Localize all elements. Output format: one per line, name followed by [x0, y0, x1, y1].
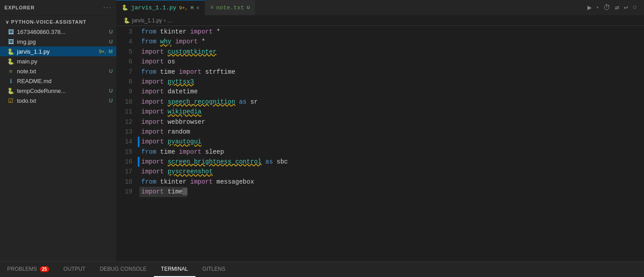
py-icon-jarvis: 🐍: [7, 48, 14, 55]
tab-jarvis[interactable]: 🐍 jarvis_1.1.py 9+, M ✕: [116, 0, 205, 15]
file-name-mainpy: main.py: [17, 58, 113, 65]
sidebar-item-imgjpg[interactable]: 🖼 img.jpg U: [0, 37, 116, 46]
badge-tempcode: U: [109, 88, 113, 93]
sidebar-section-header: ∨ PYTHON-VOICE-ASSISTANT: [0, 16, 116, 27]
debug-console-label: DEBUG CONSOLE: [100, 266, 147, 272]
txt-icon-note: ≡: [7, 68, 14, 75]
tab-terminal[interactable]: TERMINAL: [154, 262, 195, 277]
badge-todotxt: U: [109, 98, 113, 103]
file-name-readme: README.md: [17, 78, 113, 84]
code-line-5: import customtkinter: [138, 47, 644, 57]
breadcrumb-file: jarvis_1.1.py: [132, 17, 162, 24]
badge-notetxt: U: [109, 68, 113, 74]
tab-modified-note: U: [247, 5, 250, 10]
breadcrumb-sep: ›: [164, 17, 165, 24]
breadcrumb: 🐍 jarvis_1.1.py › ...: [116, 16, 644, 26]
breadcrumb-icon: 🐍: [123, 17, 130, 24]
badge-image1: U: [109, 29, 113, 34]
sidebar: ∨ PYTHON-VOICE-ASSISTANT 🖼 1673460860.37…: [0, 16, 116, 261]
code-line-12: import webbrowser: [138, 117, 644, 127]
sidebar-item-mainpy[interactable]: 🐍 main.py: [0, 56, 116, 66]
txt-file-icon: ≡: [210, 4, 213, 11]
bottom-panel: PROBLEMS 25 OUTPUT DEBUG CONSOLE TERMINA…: [0, 261, 644, 277]
code-line-10: import speech_recognition as sr: [138, 97, 644, 107]
breadcrumb-child: ...: [167, 17, 172, 24]
sidebar-item-notetxt[interactable]: ≡ note.txt U: [0, 66, 116, 76]
tab-note[interactable]: ≡ note.txt U: [205, 0, 255, 15]
diff-icon[interactable]: ⇄: [615, 3, 619, 12]
gitlens-label: GITLENS: [203, 266, 225, 272]
code-line-15: from time import sleep: [138, 147, 644, 157]
code-line-9: import datetime: [138, 87, 644, 97]
tab-badge-jarvis: 9+,: [179, 5, 188, 11]
history-icon[interactable]: ⏱: [603, 4, 610, 12]
file-name-tempcode: tempCodeRunne...: [17, 88, 106, 94]
py-icon-temp: 🐍: [7, 88, 14, 94]
code-line-16: import screen_brightness_control as sbc: [138, 157, 644, 167]
file-name-notetxt: note.txt: [17, 68, 106, 75]
tab-problems[interactable]: PROBLEMS 25: [0, 262, 56, 277]
line-numbers: 3 4 5 6 7 8 9 10 11 12 13 14 15 16 17 18…: [116, 26, 138, 261]
code-line-4: from why import *: [138, 37, 644, 46]
code-editor[interactable]: 3 4 5 6 7 8 9 10 11 12 13 14 15 16 17 18…: [116, 26, 644, 261]
tab-modified-jarvis: M: [191, 5, 194, 11]
toolbar-right: ▶ ▾ ⏱ ⇄ ↩ ○: [587, 3, 644, 12]
file-name-todotxt: todo.txt: [17, 97, 106, 104]
py-icon-main: 🐍: [7, 58, 14, 65]
file-name-image1: 1673460860.378...: [17, 29, 106, 35]
badge-imgjpg: U: [109, 39, 113, 44]
sidebar-item-todotxt[interactable]: ☑ todo.txt U: [0, 96, 116, 105]
code-line-6: import os: [138, 57, 644, 67]
todo-icon: ☑: [7, 97, 14, 104]
code-line-11: import wikipedia: [138, 107, 644, 117]
code-line-19: import time: [138, 187, 644, 197]
tab-gitlens[interactable]: GITLENS: [195, 262, 233, 277]
run-icon[interactable]: ▶: [587, 3, 592, 12]
md-icon-readme: ℹ: [7, 78, 14, 84]
editor-area: 🐍 jarvis_1.1.py › ... 3 4 5 6 7 8 9 10 1…: [116, 16, 644, 261]
code-line-13: import random: [138, 127, 644, 137]
modified-jarvis: M: [109, 49, 113, 54]
code-line-17: import pyscreenshot: [138, 167, 644, 176]
output-label: OUTPUT: [64, 266, 85, 272]
tab-output[interactable]: OUTPUT: [56, 262, 93, 277]
explorer-title: EXPLORER: [4, 5, 35, 10]
file-name-jarvis: jarvis_1.1.py: [17, 48, 96, 55]
run-dropdown-icon[interactable]: ▾: [596, 5, 599, 10]
file-name-imgjpg: img.jpg: [17, 38, 106, 45]
terminal-label: TERMINAL: [161, 266, 188, 272]
code-line-3: from tkinter import *: [138, 27, 644, 37]
explorer-dots[interactable]: ···: [103, 4, 112, 12]
tab-label-jarvis: jarvis_1.1.py: [131, 4, 176, 11]
tab-close-jarvis[interactable]: ✕: [196, 4, 199, 11]
py-file-icon: 🐍: [122, 4, 128, 11]
sidebar-item-tempcode[interactable]: 🐍 tempCodeRunne... U: [0, 86, 116, 96]
undo-icon[interactable]: ↩: [624, 3, 628, 12]
tab-debug-console[interactable]: DEBUG CONSOLE: [93, 262, 154, 277]
tab-bar: EXPLORER ··· 🐍 jarvis_1.1.py 9+, M ✕ ≡ n…: [0, 0, 644, 16]
code-content[interactable]: from tkinter import * from why import * …: [138, 26, 644, 261]
badge-jarvis: 9+,: [99, 49, 106, 54]
sidebar-item-image1[interactable]: 🖼 1673460860.378... U: [0, 27, 116, 37]
problems-label: PROBLEMS: [7, 266, 37, 272]
code-line-8: import pyttsx3: [138, 77, 644, 87]
sidebar-item-jarvis[interactable]: 🐍 jarvis_1.1.py 9+, M: [0, 46, 116, 56]
code-line-18: from tkinter import messagebox: [138, 177, 644, 187]
code-line-14: import pyautogui: [138, 137, 644, 147]
image-icon-1: 🖼: [7, 29, 14, 35]
main-area: ∨ PYTHON-VOICE-ASSISTANT 🖼 1673460860.37…: [0, 16, 644, 261]
circle-icon[interactable]: ○: [632, 4, 637, 12]
explorer-header: EXPLORER ···: [0, 0, 116, 15]
problems-badge: 25: [40, 266, 49, 272]
tab-label-note: note.txt: [216, 4, 244, 11]
image-icon-2: 🖼: [7, 38, 14, 45]
sidebar-item-readme[interactable]: ℹ README.md: [0, 76, 116, 86]
code-line-7: from time import strftime: [138, 67, 644, 77]
